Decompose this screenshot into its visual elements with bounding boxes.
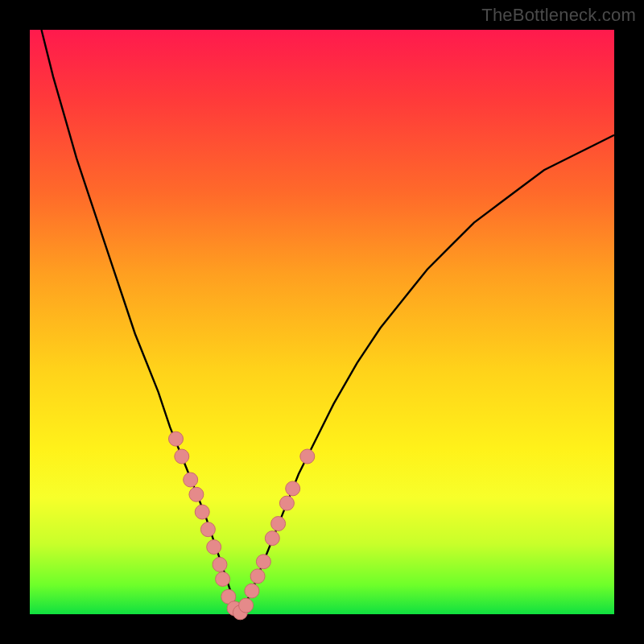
highlight-dot [286,481,300,496]
chart-svg [30,30,614,614]
highlight-dot [271,517,286,531]
highlight-dot [250,569,265,584]
chart-frame: TheBottleneck.com [0,0,644,644]
attribution-label: TheBottleneck.com [481,5,636,26]
highlight-dot [256,555,270,569]
plot-area [30,30,614,614]
highlight-dot [184,473,198,487]
highlight-dot [279,496,294,510]
bottleneck-curve [42,30,615,614]
highlight-dot [189,487,204,502]
highlight-dot [300,449,315,464]
highlight-dot [207,540,221,555]
highlight-dot [175,449,189,464]
highlight-dot [265,531,279,546]
highlight-dot [239,598,254,613]
highlight-dot [245,584,259,598]
highlight-dot [169,431,184,446]
highlight-dot [195,505,209,519]
highlight-dots [169,431,315,620]
highlight-dot [216,572,230,586]
highlight-dot [200,522,215,537]
highlight-dot [213,557,227,572]
